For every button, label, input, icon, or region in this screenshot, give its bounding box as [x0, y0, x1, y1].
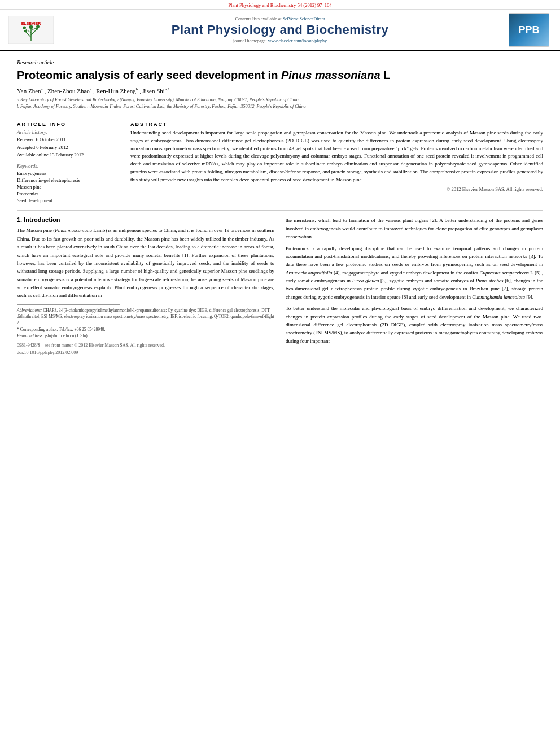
homepage-link[interactable]: www.elsevier.com/locate/plaphy [268, 38, 327, 43]
svg-text:ELSEVIER: ELSEVIER [21, 21, 41, 25]
sciverse-text: Contents lists available at [235, 16, 283, 21]
body-section: 1. Introduction The Masson pine (Pinus m… [17, 216, 543, 356]
content-area: Research article Proteomic analysis of e… [0, 51, 560, 361]
article-info-box: ARTICLE INFO Article history: Received 6… [17, 119, 121, 204]
journal-citation-text: Plant Physiology and Biochemistry 54 (20… [228, 2, 331, 8]
homepage-prefix: journal homepage: [233, 38, 268, 43]
article-history-label: Article history: [17, 129, 121, 135]
header-center: Contents lists available at SciVerse Sci… [56, 16, 504, 43]
sciverse-link[interactable]: SciVerse ScienceDirect [283, 16, 325, 21]
intro-para1: The Masson pine (Pinus massoniana Lamb) … [17, 226, 274, 300]
author-2-sup: a [90, 87, 91, 91]
intro-para2: the meristems, which lead to formation o… [286, 216, 543, 241]
journal-header: ELSEVIER Contents lists available at Sci… [0, 10, 560, 51]
keyword-2: Difference in-gel electrophoresis [17, 177, 121, 183]
info-abstract-section: ARTICLE INFO Article history: Received 6… [17, 119, 543, 205]
elsevier-logo-icon: ELSEVIER [8, 16, 54, 44]
keywords-section: Keywords: Embryogenesis Difference in-ge… [17, 163, 121, 203]
sciverse-line: Contents lists available at SciVerse Sci… [56, 16, 504, 21]
svg-point-10 [24, 30, 27, 32]
keyword-3: Masson pine [17, 184, 121, 190]
header-divider [17, 115, 543, 115]
header-left: ELSEVIER [6, 16, 56, 44]
received-date: Received 6 October 2011 [17, 137, 121, 143]
header-right: PPB [504, 13, 554, 47]
abstract-label: ABSTRACT [130, 121, 543, 127]
title-suffix: L [380, 69, 391, 81]
intro-para3: Proteomics is a rapidly developing disci… [286, 244, 543, 302]
author-4-sup: a,* [165, 87, 169, 91]
ppb-logo-icon: PPB [509, 13, 549, 47]
svg-point-11 [36, 28, 38, 30]
affiliation-a: a Key Laboratory of Forest Genetics and … [17, 97, 543, 103]
abstract-text: Understanding seed development is import… [130, 129, 543, 185]
authors-line: Yan Zhena , Zhen-Zhou Zhaoa , Ren-Hua Zh… [17, 87, 543, 94]
svg-point-8 [23, 27, 26, 29]
article-main-title: Proteomic analysis of early seed develop… [17, 68, 543, 82]
article-type: Research article [17, 59, 543, 65]
keyword-4: Proteomics [17, 191, 121, 196]
title-italic: Pinus massoniana [281, 69, 380, 81]
body-col-right: the meristems, which lead to formation o… [286, 216, 543, 356]
bottom-info: 0981-9428/$ – see front matter © 2012 El… [17, 342, 274, 357]
journal-homepage: journal homepage: www.elsevier.com/locat… [56, 38, 504, 43]
accepted-date: Accepted 6 February 2012 [17, 145, 121, 151]
author-4: , Jisen Shi [139, 88, 165, 94]
affiliations: a Key Laboratory of Forest Genetics and … [17, 97, 543, 110]
body-divider [17, 210, 543, 211]
journal-title: Plant Physiology and Biochemistry [56, 23, 504, 37]
available-date: Available online 13 February 2012 [17, 152, 121, 159]
footnote-divider [17, 304, 120, 305]
svg-point-7 [29, 25, 33, 29]
abstract-section: ABSTRACT Understanding seed development … [130, 119, 543, 193]
article-info-column: ARTICLE INFO Article history: Received 6… [17, 119, 121, 205]
author-3: , Ren-Hua Zheng [93, 88, 136, 94]
keyword-1: Embryogenesis [17, 171, 121, 176]
keywords-label: Keywords: [17, 163, 121, 169]
title-plain: Proteomic analysis of early seed develop… [17, 69, 281, 81]
affiliation-b: b Fujian Academy of Forestry, Southern M… [17, 103, 543, 110]
author-2: , Zhen-Zhou Zhao [44, 88, 89, 94]
abstract-column: ABSTRACT Understanding seed development … [130, 119, 543, 205]
article-info-label: ARTICLE INFO [17, 121, 121, 127]
footnotes-text: Abbreviations: CHAPS, 3-[(3-cholamidopro… [17, 307, 274, 339]
keyword-5: Seed development [17, 198, 121, 203]
author-3-sup: b [136, 87, 138, 91]
intro-para4: To better understand the molecular and p… [286, 304, 543, 345]
body-col-left: 1. Introduction The Masson pine (Pinus m… [17, 216, 274, 356]
journal-citation-line: Plant Physiology and Biochemistry 54 (20… [0, 0, 560, 10]
page-container: Plant Physiology and Biochemistry 54 (20… [0, 0, 560, 747]
copyright-line: © 2012 Elsevier Masson SAS. All rights r… [130, 186, 543, 192]
svg-point-9 [36, 25, 40, 28]
author-1-sup: a [41, 87, 43, 91]
author-1: Yan Zhen [17, 88, 41, 94]
intro-heading: 1. Introduction [17, 216, 274, 223]
